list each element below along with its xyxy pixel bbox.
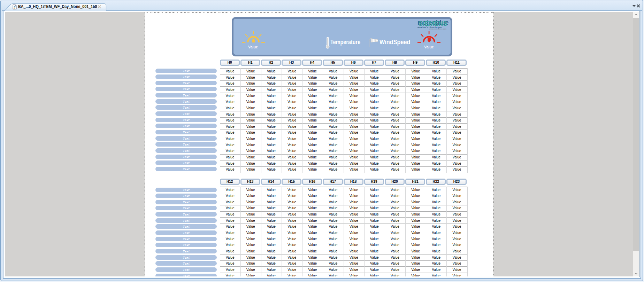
- svg-text:#: #: [14, 6, 16, 9]
